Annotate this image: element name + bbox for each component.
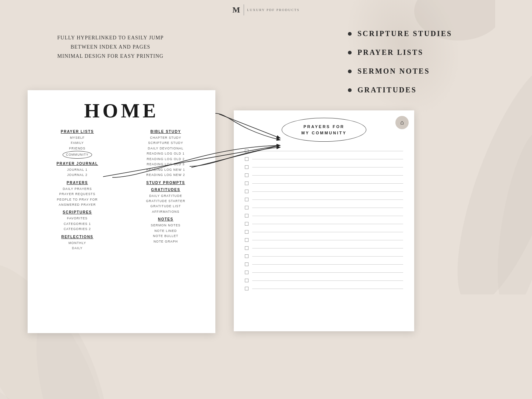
line-6 [252,191,403,192]
prayer-title-box: PRAYERS FOR MY COMMUNITY [282,118,366,142]
scriptures-section: SCRIPTURES FAVORITES CATEGORIES 1 CATEGO… [35,210,120,232]
feature-item-1: SCRIPTURE STUDIES [348,29,477,38]
feature-item-2: PRAYER LISTS [348,48,477,57]
prayer-row-16 [245,271,403,274]
notes-header: NOTES [123,217,208,221]
line-13 [252,248,403,248]
prayer-journal-header: PRAYER JOURNAL [35,162,120,166]
prayer-row-4 [245,173,403,177]
home-left-column: PRAYER LISTS MYSELF FAMILY FRIENDS COMMU… [35,130,120,254]
checkbox-5[interactable] [245,181,249,185]
scriptures-header: SCRIPTURES [35,210,120,214]
line-17 [252,280,403,281]
line-4 [252,175,403,176]
bullet-2 [348,51,352,54]
checkbox-3[interactable] [245,165,249,169]
bible-study-header: BIBLE STUDY [123,130,208,134]
prayer-row-10 [245,222,403,226]
checkbox-15[interactable] [245,262,249,266]
prayer-row-15 [245,262,403,266]
line-8 [252,208,403,208]
checkbox-11[interactable] [245,230,249,234]
checkbox-4[interactable] [245,173,249,177]
prayer-row-12 [245,238,403,242]
checkbox-14[interactable] [245,254,249,258]
community-item[interactable]: COMMUNITY [63,151,92,158]
checkbox-13[interactable] [245,246,249,250]
feature-item-4: GRATITUDES [348,86,477,94]
header-divider [244,4,244,15]
line-18 [252,289,403,289]
checkbox-12[interactable] [245,238,249,242]
gratitudes-header: GRATITUDES [123,188,208,192]
reflections-header: REFLECTIONS [35,235,120,239]
checkbox-9[interactable] [245,214,249,218]
bible-study-section: BIBLE STUDY CHAPTER STUDY SCRIPTURE STUD… [123,130,208,178]
checkbox-1[interactable] [245,149,249,153]
prayer-row-6 [245,190,403,193]
home-right-column: BIBLE STUDY CHAPTER STUDY SCRIPTURE STUD… [123,130,208,254]
bullet-3 [348,70,352,73]
description-line3: MINIMAL DESIGN FOR EASY PRINTING [37,52,184,61]
line-15 [252,264,403,265]
prayer-community-card: ⌂ PRAYERS FOR MY COMMUNITY [234,110,414,331]
description-line2: BETWEEN INDEX AND PAGES [37,42,184,52]
home-button[interactable]: ⌂ [395,116,409,129]
prayer-row-13 [245,246,403,250]
prayer-title-line1: PRAYERS FOR [289,124,359,130]
feature-item-3: SERMON NOTES [348,67,477,75]
line-11 [252,232,403,232]
checkbox-16[interactable] [245,271,249,274]
prayer-row-11 [245,230,403,234]
line-3 [252,167,403,167]
header-subtitle: Luxury PDF Products [247,8,300,12]
checkbox-6[interactable] [245,190,249,193]
prayer-row-9 [245,214,403,218]
line-5 [252,183,403,184]
checkbox-2[interactable] [245,157,249,161]
line-12 [252,240,403,240]
prayer-row-17 [245,279,403,282]
notes-section: NOTES SERMON NOTES NOTE LINED NOTE BULLE… [123,217,208,244]
prayer-title-line2: MY COMMUNITY [289,130,359,136]
checkbox-17[interactable] [245,279,249,282]
checkbox-18[interactable] [245,287,249,290]
checkbox-8[interactable] [245,206,249,209]
bullet-4 [348,88,352,92]
home-title: HOME [35,99,208,122]
prayers-section: PRAYERS DAILY PRAYERS PRAYER REQUESTS PE… [35,181,120,208]
line-7 [252,200,403,200]
header: M Luxury PDF Products [232,4,299,15]
prayer-row-5 [245,181,403,185]
bullet-1 [348,32,352,36]
prayer-row-7 [245,198,403,201]
prayer-row-1 [245,149,403,153]
line-10 [252,224,403,224]
line-9 [252,216,403,216]
svg-point-3 [435,74,532,294]
svg-point-2 [0,368,86,399]
prayer-checkbox-list [245,149,403,290]
prayer-row-14 [245,254,403,258]
home-index-card: HOME PRAYER LISTS MYSELF FAMILY FRIENDS … [28,90,215,333]
prayer-lists-header: PRAYER LISTS [35,130,120,134]
study-prompts-header: STUDY PROMPTS [123,181,208,185]
home-icon: ⌂ [400,119,404,126]
prayers-header: PRAYERS [35,181,120,185]
prayer-lists-section: PRAYER LISTS MYSELF FAMILY FRIENDS COMMU… [35,130,120,159]
svg-point-4 [487,126,532,294]
gratitudes-section: GRATITUDES DAILY GRATITUDE GRATITUDE STA… [123,188,208,215]
prayer-row-3 [245,165,403,169]
line-14 [252,256,403,257]
study-prompts-section: STUDY PROMPTS [123,181,208,185]
reflections-section: REFLECTIONS MONTHLY DAILY [35,235,120,251]
home-columns: PRAYER LISTS MYSELF FAMILY FRIENDS COMMU… [35,130,208,254]
prayer-row-8 [245,206,403,209]
prayer-row-18 [245,287,403,290]
checkbox-7[interactable] [245,198,249,201]
prayer-journal-section: PRAYER JOURNAL JOURNAL 1 JOURNAL 2 [35,162,120,178]
checkbox-10[interactable] [245,222,249,226]
left-description: FULLY HYPERLINKED TO EASILY JUMP BETWEEN… [37,33,184,61]
line-1 [252,151,403,151]
features-list: SCRIPTURE STUDIES PRAYER LISTS SERMON NO… [348,29,477,105]
